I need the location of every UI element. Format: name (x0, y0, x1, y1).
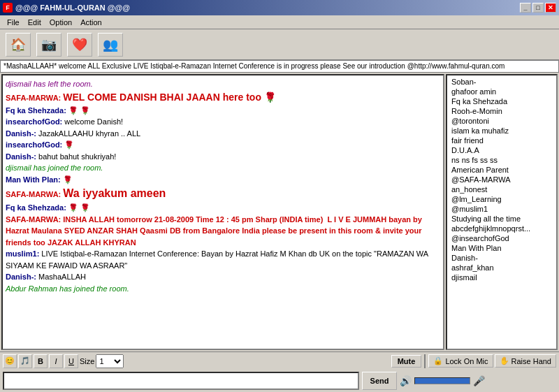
user-item[interactable]: Rooh-e-Momin (449, 106, 555, 116)
msg-fq-2: Fq ka Shehzada: 🌹 🌹 (6, 202, 440, 214)
home-btn[interactable]: 🏠 (6, 33, 31, 57)
chat-messages[interactable]: djismail has left the room. SAFA-MARWA: … (3, 75, 443, 349)
close-btn[interactable]: ✕ (545, 3, 556, 13)
user-item[interactable]: @SAFA-MARWA (449, 175, 555, 184)
mic-icon: 🎤 (473, 375, 485, 386)
user-item[interactable]: ns ns fs ss ss (449, 155, 555, 165)
title-text: @@@ FAHM-UL-QURAN @@@ (15, 3, 130, 12)
ticker: *MashaALLAAH* welcome ALL Exclusive LIVE… (0, 60, 559, 73)
send-button[interactable]: Send (362, 372, 397, 390)
size-select[interactable]: 1 2 3 4 5 (96, 354, 124, 368)
minimize-btn[interactable]: _ (520, 3, 531, 13)
user-item[interactable]: Man With Plan (449, 243, 555, 253)
user-item[interactable]: American Parent (449, 165, 555, 175)
msg-safa-1: SAFA-MARWA: WEL COME DANISH BHAI JAAAN h… (6, 90, 440, 105)
user-item[interactable]: islam ka muhafiz (449, 126, 555, 136)
lock-icon: 🔒 (433, 356, 443, 365)
title-bar-left: F @@@ FAHM-UL-QURAN @@@ (3, 3, 130, 13)
msg-insearch-1: insearchofGod: welcome Danish! (6, 116, 440, 128)
hand-icon: ✋ (500, 356, 509, 365)
msg-insearch-2: insearchofGod: 🌹 (6, 139, 440, 151)
toolbar: 🏠 📷 ❤️ 👥 (0, 29, 559, 60)
raise-label: Raise Hand (511, 357, 551, 365)
user-item[interactable]: @muslim1 (449, 204, 555, 214)
title-bar-controls[interactable]: _ □ ✕ (520, 3, 556, 13)
main-area: djismail has left the room. SAFA-MARWA: … (0, 73, 559, 351)
size-label: Size (80, 357, 94, 365)
maximize-btn[interactable]: □ (532, 3, 544, 13)
user-item[interactable]: abcdefghijklmnopqrst... (449, 224, 555, 233)
msg-system-leave: djismail has left the room. (6, 78, 440, 90)
bottom-toolbar: 😊 🎵 B I U Size 1 2 3 4 5 Mute 🔒 Lock On … (0, 351, 559, 370)
title-bar: F @@@ FAHM-UL-QURAN @@@ _ □ ✕ (0, 0, 559, 15)
user-item[interactable]: ashraf_khan (449, 263, 555, 273)
msg-system-join-1: djismail has joined the room. (6, 162, 440, 174)
msg-system-join-2: Abdur Rahman has joined the room. (6, 283, 440, 295)
volume-bar[interactable] (414, 377, 470, 384)
music-btn[interactable]: 🎵 (18, 354, 32, 368)
emoji-btn[interactable]: 😊 (3, 354, 17, 368)
app-icon: F (3, 3, 13, 13)
user-item[interactable]: an_honest (449, 184, 555, 194)
menu-file[interactable]: File (3, 17, 24, 28)
user-item[interactable]: djismail (449, 273, 555, 282)
msg-safa-2: SAFA-MARWA: Wa iyyakum ameen (6, 185, 440, 202)
msg-fq-1: Fq ka Shehzada: 🌹 🌹 (6, 105, 440, 117)
chat-input[interactable] (3, 372, 359, 390)
menu-bar: File Edit Option Action (0, 15, 559, 29)
msg-danish-3: Danish-: MashaALLAH (6, 271, 440, 283)
user-item[interactable]: @insearchofGod (449, 233, 555, 243)
msg-danish-2: Danish-: bahut bahut shukriyah! (6, 151, 440, 163)
menu-option[interactable]: Option (45, 17, 76, 28)
raise-hand-button[interactable]: ✋ Raise Hand (495, 354, 556, 368)
users-list[interactable]: Soban- ghafoor amin Fq ka Shehzada Rooh-… (447, 75, 556, 349)
msg-manwithplan-1: Man With Plan: 🌹 (6, 174, 440, 186)
bold-btn[interactable]: B (34, 354, 48, 368)
menu-action[interactable]: Action (76, 17, 106, 28)
user-item[interactable]: Soban- (449, 77, 555, 87)
user-item[interactable]: ghafoor amin (449, 87, 555, 96)
lock-on-mic-button[interactable]: 🔒 Lock On Mic (428, 354, 493, 368)
heart-btn[interactable]: ❤️ (67, 33, 92, 57)
msg-safa-announce: SAFA-MARWA: INSHA ALLAH tomorrow 21-08-2… (6, 214, 440, 249)
user-item[interactable]: Fq ka Shehzada (449, 96, 555, 106)
msg-danish-1: Danish-: JazakALLAAHU khyran .. ALL (6, 128, 440, 140)
menu-edit[interactable]: Edit (24, 17, 45, 28)
user-item[interactable]: fair friend (449, 136, 555, 145)
lock-label: Lock On Mic (445, 357, 488, 365)
user-item[interactable]: @lm_Learning (449, 194, 555, 204)
speaker-icon: 🔊 (400, 375, 412, 386)
underline-btn[interactable]: U (64, 354, 78, 368)
msg-muslim1: muslim1: LIVE Istiqbal-e-Ramazan Interne… (6, 248, 440, 271)
user-item[interactable]: Danish- (449, 253, 555, 263)
user-item[interactable]: Studying all the time (449, 214, 555, 224)
user-item[interactable]: @torontoni (449, 116, 555, 126)
mute-button[interactable]: Mute (391, 355, 422, 368)
input-area: Send 🔊 🎤 (0, 370, 559, 392)
users-panel: Soban- ghafoor amin Fq ka Shehzada Rooh-… (446, 74, 558, 350)
people-btn[interactable]: 👥 (98, 33, 123, 57)
italic-btn[interactable]: I (49, 354, 63, 368)
ticker-text: *MashaALLAAH* welcome ALL Exclusive LIVE… (3, 62, 504, 70)
camera-btn[interactable]: 📷 (36, 33, 61, 57)
user-item[interactable]: D.U.A.A (449, 145, 555, 155)
chat-panel: djismail has left the room. SAFA-MARWA: … (1, 74, 444, 350)
